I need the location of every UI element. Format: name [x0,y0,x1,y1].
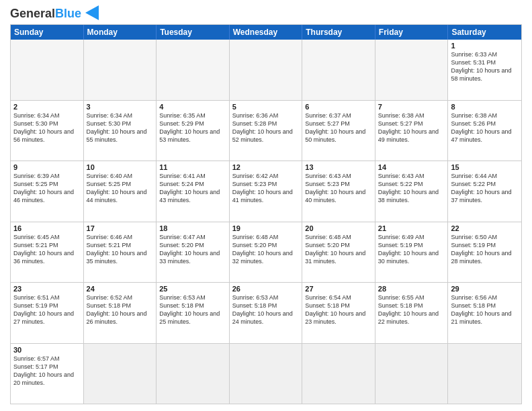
day-number: 29 [451,285,519,293]
day-info: Sunrise: 6:34 AM Sunset: 5:30 PM Dayligh… [13,111,81,144]
day-info: Sunrise: 6:40 AM Sunset: 5:25 PM Dayligh… [87,172,154,205]
day-info: Sunrise: 6:35 AM Sunset: 5:29 PM Dayligh… [159,111,226,144]
day-info: Sunrise: 6:53 AM Sunset: 5:18 PM Dayligh… [159,293,226,326]
calendar-row-1: 1Sunrise: 6:33 AM Sunset: 5:31 PM Daylig… [11,40,521,100]
calendar-cell-4-6: 21Sunrise: 6:49 AM Sunset: 5:19 PM Dayli… [375,222,449,283]
day-number: 9 [13,163,81,171]
day-number: 30 [13,346,81,354]
day-number: 1 [451,42,519,50]
day-number: 13 [305,163,372,171]
day-number: 8 [451,103,519,111]
calendar-header: SundayMondayTuesdayWednesdayThursdayFrid… [11,25,521,40]
day-number: 5 [232,103,300,111]
calendar-row-6: 30Sunrise: 6:57 AM Sunset: 5:17 PM Dayli… [11,343,521,404]
day-number: 2 [13,103,81,111]
day-number: 20 [305,224,372,232]
day-number: 16 [13,224,81,232]
calendar-cell-2-3: 4Sunrise: 6:35 AM Sunset: 5:29 PM Daylig… [157,101,230,161]
calendar-page: GeneralBlue SundayMondayTuesdayWednesday… [0,0,532,411]
svg-marker-0 [85,5,99,20]
calendar-row-5: 23Sunrise: 6:51 AM Sunset: 5:19 PM Dayli… [11,282,521,343]
day-number: 27 [305,285,372,293]
weekday-header-saturday: Saturday [448,25,521,40]
calendar-cell-1-7: 1Sunrise: 6:33 AM Sunset: 5:31 PM Daylig… [448,40,521,100]
calendar-cell-5-5: 27Sunrise: 6:54 AM Sunset: 5:18 PM Dayli… [302,283,375,343]
day-number: 7 [378,103,445,111]
day-info: Sunrise: 6:52 AM Sunset: 5:18 PM Dayligh… [87,293,154,326]
calendar-cell-3-7: 15Sunrise: 6:44 AM Sunset: 5:22 PM Dayli… [448,161,521,222]
calendar-cell-5-2: 24Sunrise: 6:52 AM Sunset: 5:18 PM Dayli… [84,283,157,343]
calendar-cell-1-2 [84,40,157,100]
day-info: Sunrise: 6:47 AM Sunset: 5:20 PM Dayligh… [159,233,226,266]
day-info: Sunrise: 6:38 AM Sunset: 5:26 PM Dayligh… [451,111,519,144]
calendar-cell-2-5: 6Sunrise: 6:37 AM Sunset: 5:27 PM Daylig… [302,101,375,161]
day-info: Sunrise: 6:48 AM Sunset: 5:20 PM Dayligh… [232,233,300,266]
calendar-cell-2-2: 3Sunrise: 6:34 AM Sunset: 5:30 PM Daylig… [84,101,157,161]
header: GeneralBlue [10,7,522,20]
day-info: Sunrise: 6:45 AM Sunset: 5:21 PM Dayligh… [13,233,81,266]
logo-blue: Blue [55,7,81,20]
calendar-cell-4-7: 22Sunrise: 6:50 AM Sunset: 5:19 PM Dayli… [448,222,521,283]
calendar-row-3: 9Sunrise: 6:39 AM Sunset: 5:25 PM Daylig… [11,161,521,222]
day-info: Sunrise: 6:38 AM Sunset: 5:27 PM Dayligh… [378,111,445,144]
day-number: 24 [87,285,154,293]
calendar-cell-3-3: 11Sunrise: 6:41 AM Sunset: 5:24 PM Dayli… [157,161,230,222]
weekday-header-thursday: Thursday [302,25,375,40]
calendar-cell-4-1: 16Sunrise: 6:45 AM Sunset: 5:21 PM Dayli… [11,222,84,283]
logo-text: GeneralBlue [10,7,81,19]
calendar-cell-2-7: 8Sunrise: 6:38 AM Sunset: 5:26 PM Daylig… [448,101,521,161]
day-info: Sunrise: 6:33 AM Sunset: 5:31 PM Dayligh… [451,50,519,83]
calendar-cell-2-6: 7Sunrise: 6:38 AM Sunset: 5:27 PM Daylig… [375,101,449,161]
calendar-cell-5-4: 26Sunrise: 6:53 AM Sunset: 5:18 PM Dayli… [230,283,303,343]
calendar: SundayMondayTuesdayWednesdayThursdayFrid… [10,24,522,404]
day-info: Sunrise: 6:43 AM Sunset: 5:23 PM Dayligh… [305,172,372,205]
calendar-cell-5-1: 23Sunrise: 6:51 AM Sunset: 5:19 PM Dayli… [11,283,84,343]
weekday-header-sunday: Sunday [11,25,84,40]
day-info: Sunrise: 6:57 AM Sunset: 5:17 PM Dayligh… [13,355,81,387]
day-number: 4 [159,103,226,111]
calendar-cell-3-6: 14Sunrise: 6:43 AM Sunset: 5:22 PM Dayli… [375,161,449,222]
day-number: 18 [159,224,226,232]
weekday-header-friday: Friday [375,25,449,40]
day-info: Sunrise: 6:43 AM Sunset: 5:22 PM Dayligh… [378,172,445,205]
day-number: 25 [159,285,226,293]
day-info: Sunrise: 6:36 AM Sunset: 5:28 PM Dayligh… [232,111,300,144]
calendar-cell-2-4: 5Sunrise: 6:36 AM Sunset: 5:28 PM Daylig… [230,101,303,161]
day-number: 17 [87,224,154,232]
day-info: Sunrise: 6:50 AM Sunset: 5:19 PM Dayligh… [451,233,519,266]
day-info: Sunrise: 6:55 AM Sunset: 5:18 PM Dayligh… [378,293,445,326]
logo: GeneralBlue [10,7,101,20]
day-number: 19 [232,224,300,232]
day-number: 3 [87,103,154,111]
day-number: 22 [451,224,519,232]
day-info: Sunrise: 6:42 AM Sunset: 5:23 PM Dayligh… [232,172,300,205]
day-number: 28 [378,285,445,293]
calendar-cell-4-4: 19Sunrise: 6:48 AM Sunset: 5:20 PM Dayli… [230,222,303,283]
logo-icon [83,5,101,20]
calendar-cell-6-3 [157,344,230,404]
calendar-cell-3-5: 13Sunrise: 6:43 AM Sunset: 5:23 PM Dayli… [302,161,375,222]
calendar-cell-1-1 [11,40,84,100]
calendar-cell-4-2: 17Sunrise: 6:46 AM Sunset: 5:21 PM Dayli… [84,222,157,283]
day-number: 23 [13,285,81,293]
weekday-header-monday: Monday [84,25,157,40]
calendar-cell-3-4: 12Sunrise: 6:42 AM Sunset: 5:23 PM Dayli… [230,161,303,222]
calendar-cell-1-6 [375,40,449,100]
calendar-cell-4-5: 20Sunrise: 6:48 AM Sunset: 5:20 PM Dayli… [302,222,375,283]
day-number: 21 [378,224,445,232]
weekday-header-tuesday: Tuesday [157,25,230,40]
calendar-cell-6-7 [448,344,521,404]
day-info: Sunrise: 6:54 AM Sunset: 5:18 PM Dayligh… [305,293,372,326]
calendar-row-2: 2Sunrise: 6:34 AM Sunset: 5:30 PM Daylig… [11,100,521,161]
day-info: Sunrise: 6:39 AM Sunset: 5:25 PM Dayligh… [13,172,81,205]
day-info: Sunrise: 6:37 AM Sunset: 5:27 PM Dayligh… [305,111,372,144]
day-number: 15 [451,163,519,171]
calendar-row-4: 16Sunrise: 6:45 AM Sunset: 5:21 PM Dayli… [11,222,521,283]
calendar-cell-1-5 [302,40,375,100]
calendar-cell-2-1: 2Sunrise: 6:34 AM Sunset: 5:30 PM Daylig… [11,101,84,161]
calendar-cell-1-4 [230,40,303,100]
weekday-header-wednesday: Wednesday [230,25,303,40]
day-number: 14 [378,163,445,171]
day-info: Sunrise: 6:48 AM Sunset: 5:20 PM Dayligh… [305,233,372,266]
calendar-cell-6-5 [302,344,375,404]
